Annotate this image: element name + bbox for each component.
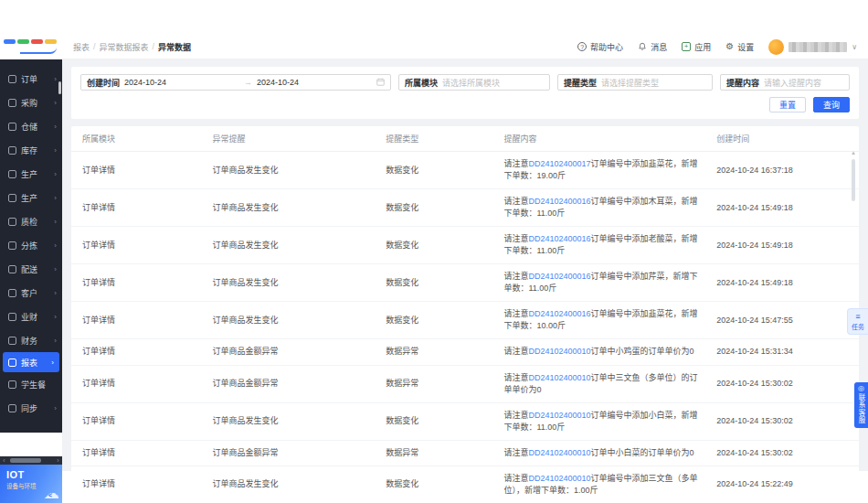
order-number-link[interactable]: DD24102400017 bbox=[528, 159, 590, 168]
user-menu[interactable]: ∨ bbox=[768, 39, 857, 55]
order-number-link[interactable]: DD24102400010 bbox=[528, 448, 590, 457]
sidebar-item-label: 库存 bbox=[21, 144, 54, 156]
cell-module: 订单详情 bbox=[71, 302, 206, 339]
cell-content: 请注意DD24102400016订单编号中添加芹菜，新增下单数：11.00斤 bbox=[496, 264, 709, 302]
logo-bar-blue bbox=[4, 39, 16, 44]
cell-content: 请注意DD24102400016订单编号中添加木耳菜，新增下单数：11.00斤 bbox=[496, 189, 709, 227]
order-number-link[interactable]: DD24102400010 bbox=[528, 373, 590, 382]
reset-button[interactable]: 重置 bbox=[769, 97, 806, 112]
scroll-right-icon[interactable]: › bbox=[54, 456, 62, 465]
cell-type: 数据异常 bbox=[378, 339, 496, 365]
sidebar-item-学生餐[interactable]: 学生餐 bbox=[0, 372, 62, 396]
contact-support-widget[interactable]: ◎ 联系客服 bbox=[854, 382, 868, 428]
cell-created-time: 2024-10-24 15:30:02 bbox=[709, 440, 859, 466]
cell-type: 数据变化 bbox=[378, 302, 496, 339]
customer-icon bbox=[8, 289, 16, 297]
scroll-up-icon[interactable]: ▲ bbox=[850, 150, 857, 155]
sidebar-item-生产[interactable]: 生产› bbox=[0, 162, 62, 186]
logo-bar-yellow bbox=[45, 39, 57, 44]
chevron-right-icon: › bbox=[54, 218, 57, 226]
breadcrumb-item[interactable]: 异常数据报表 bbox=[100, 41, 149, 53]
order-number-link[interactable]: DD24102400016 bbox=[528, 309, 590, 318]
sidebar-item-生产-2[interactable]: 生产› bbox=[0, 186, 62, 209]
created-time-label: 创建时间 bbox=[87, 77, 120, 89]
chevron-right-icon: › bbox=[54, 289, 57, 297]
order-icon bbox=[8, 75, 16, 83]
sidebar-item-分拣[interactable]: 分拣› bbox=[0, 233, 62, 257]
table-header-row: 所属模块异常提醒提醒类型提醒内容创建时间 bbox=[71, 126, 859, 152]
cell-type: 数据变化 bbox=[378, 152, 496, 189]
report-icon bbox=[8, 359, 16, 367]
content-text: 订单中小鸡蛋的订单单价为0 bbox=[591, 347, 694, 356]
sidebar-item-label: 配送 bbox=[21, 263, 54, 275]
table-row: 订单详情订单商品金额异常数据异常请注意DD24102400010订单中小白菜的订… bbox=[71, 440, 859, 466]
cell-module: 订单详情 bbox=[71, 264, 206, 302]
sidebar-item-同步[interactable]: 同步› bbox=[0, 396, 62, 420]
cell-alert: 订单商品发生变化 bbox=[206, 466, 379, 503]
topbar-actions: ?帮助中心消息+应用⚙设置 bbox=[577, 41, 754, 53]
chevron-right-icon: › bbox=[54, 337, 57, 345]
sidebar-item-订单[interactable]: 订单› bbox=[0, 67, 62, 91]
sidebar-item-label: 业财 bbox=[21, 311, 54, 323]
production2-icon bbox=[8, 194, 16, 202]
date-to-value[interactable]: 2024-10-24 bbox=[257, 78, 372, 87]
module-select[interactable]: 所属模块 请选择所属模块 bbox=[398, 74, 550, 91]
cell-type: 数据变化 bbox=[378, 402, 496, 440]
username-redacted bbox=[789, 42, 847, 52]
remind-content-input[interactable]: 提醒内容 请输入提醒内容 bbox=[720, 74, 850, 91]
sidebar-horizontal-scrollbar[interactable]: ‹ › bbox=[0, 456, 62, 465]
cell-alert: 订单商品金额异常 bbox=[206, 365, 379, 402]
breadcrumb-item[interactable]: 报表 bbox=[73, 41, 90, 53]
order-number-link[interactable]: DD24102400010 bbox=[528, 347, 590, 356]
column-header: 所属模块 bbox=[71, 126, 206, 152]
remind-type-select[interactable]: 提醒类型 请选择提醒类型 bbox=[557, 74, 713, 91]
scroll-left-icon[interactable]: ‹ bbox=[0, 456, 8, 465]
content-prefix: 请注意 bbox=[503, 411, 528, 420]
order-number-link[interactable]: DD24102400010 bbox=[528, 411, 590, 420]
cell-created-time: 2024-10-24 15:49:18 bbox=[709, 189, 859, 227]
sidebar-item-配送[interactable]: 配送› bbox=[0, 257, 62, 281]
sorting-icon bbox=[8, 241, 16, 250]
purchase-icon bbox=[8, 99, 16, 107]
sidebar-item-库存[interactable]: 库存› bbox=[0, 138, 62, 162]
cell-created-time: 2024-10-24 15:30:02 bbox=[709, 365, 859, 402]
query-button[interactable]: 查询 bbox=[813, 97, 850, 112]
bell-icon bbox=[638, 42, 647, 51]
sidebar-item-质检[interactable]: 质检› bbox=[0, 209, 62, 233]
contact-support-label: 联系客服 bbox=[856, 393, 866, 424]
created-time-range-picker[interactable]: 创建时间 2024-10-24 → 2024-10-24 bbox=[80, 74, 391, 91]
date-from-value[interactable]: 2024-10-24 bbox=[124, 78, 239, 87]
order-number-link[interactable]: DD24102400016 bbox=[528, 272, 590, 281]
filter-panel: 创建时间 2024-10-24 → 2024-10-24 所属模块 请选择所属模… bbox=[71, 67, 859, 119]
topbar-action-help[interactable]: ?帮助中心 bbox=[577, 41, 623, 53]
sidebar-item-仓储[interactable]: 仓储› bbox=[0, 114, 62, 138]
scrollbar-track[interactable] bbox=[8, 458, 54, 463]
sidebar-item-客户[interactable]: 客户› bbox=[0, 281, 62, 305]
sidebar-item-采购[interactable]: 采购› bbox=[0, 91, 62, 114]
cell-alert: 订单商品发生变化 bbox=[206, 264, 379, 302]
cell-alert: 订单商品金额异常 bbox=[206, 339, 379, 365]
sidebar-item-业财[interactable]: 业财› bbox=[0, 305, 62, 328]
order-number-link[interactable]: DD24102400016 bbox=[528, 234, 590, 243]
scrollbar-thumb[interactable] bbox=[10, 458, 41, 463]
breadcrumb-separator: / bbox=[153, 42, 155, 51]
order-number-link[interactable]: DD24102400016 bbox=[528, 197, 590, 206]
range-arrow-icon: → bbox=[244, 78, 252, 87]
order-number-link[interactable]: DD24102400010 bbox=[528, 474, 590, 483]
topbar-action-gear[interactable]: ⚙设置 bbox=[725, 41, 754, 53]
table-row: 订单详情订单商品发生变化数据变化请注意DD24102400016订单编号中添加韭… bbox=[71, 302, 859, 339]
tasks-icon: ≡ bbox=[855, 313, 860, 321]
topbar-action-apps[interactable]: +应用 bbox=[682, 41, 711, 53]
student-meal-icon bbox=[8, 380, 16, 389]
sidebar-item-label: 财务 bbox=[21, 335, 54, 347]
iot-banner[interactable]: IOT 设备与环境 ☁< bbox=[0, 465, 62, 503]
content-prefix: 请注意 bbox=[503, 309, 528, 318]
sidebar-item-报表[interactable]: 报表› bbox=[3, 352, 59, 372]
content-prefix: 请注意 bbox=[503, 272, 528, 281]
content-prefix: 请注意 bbox=[503, 197, 528, 206]
sidebar-item-label: 仓储 bbox=[21, 121, 54, 133]
tasks-widget[interactable]: ≡ 任务 bbox=[847, 308, 868, 335]
topbar-action-bell[interactable]: 消息 bbox=[638, 41, 667, 53]
sidebar-item-财务[interactable]: 财务› bbox=[0, 328, 62, 352]
table-scrollbar-thumb[interactable] bbox=[852, 159, 855, 201]
